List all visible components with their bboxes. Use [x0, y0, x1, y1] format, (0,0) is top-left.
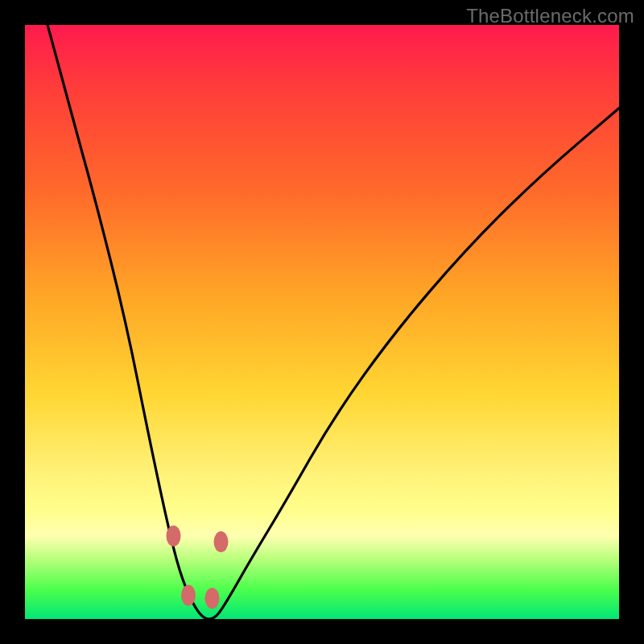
chart-area — [25, 25, 619, 619]
marker-group — [167, 526, 229, 609]
marker-right-upper — [214, 531, 229, 552]
curve-path — [43, 7, 619, 619]
marker-left-lower — [181, 585, 196, 606]
marker-right-lower — [205, 588, 220, 609]
watermark-text: TheBottleneck.com — [466, 5, 634, 27]
marker-left-upper — [167, 526, 181, 547]
bottleneck-curve — [25, 25, 619, 619]
